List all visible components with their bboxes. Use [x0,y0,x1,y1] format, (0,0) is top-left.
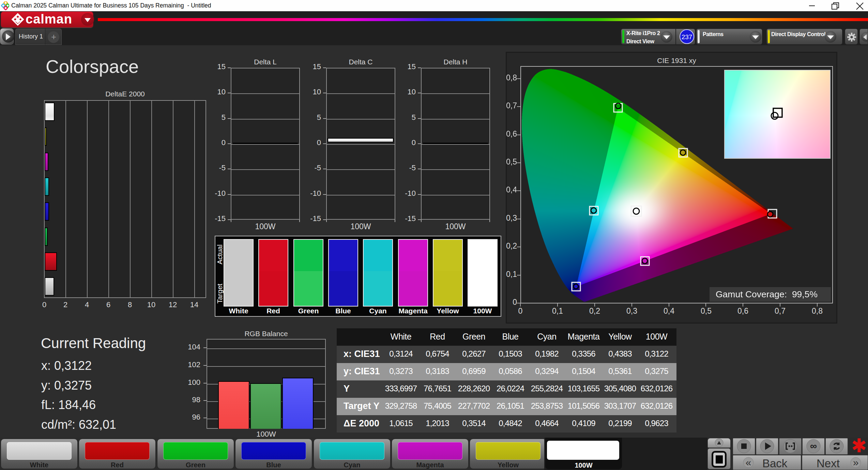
svg-text:«: « [746,457,751,468]
svg-text:∞: ∞ [810,441,817,451]
svg-text:»: » [853,457,859,468]
